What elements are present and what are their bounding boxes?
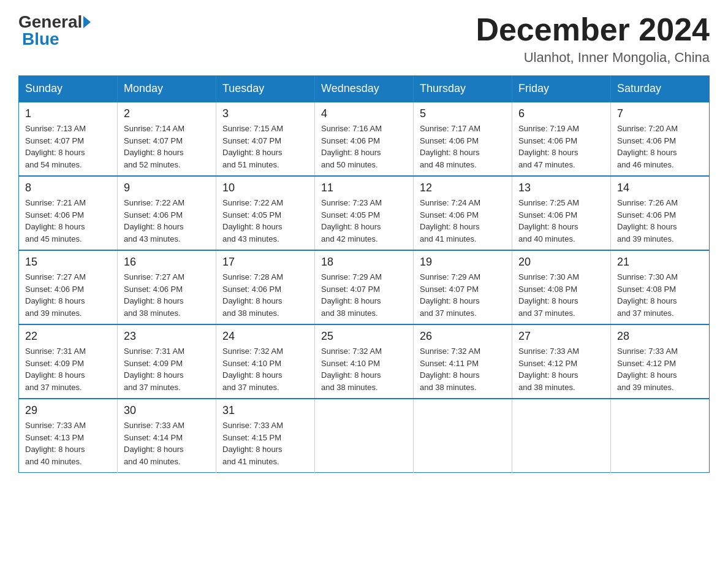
weekday-header-friday: Friday xyxy=(512,76,611,102)
calendar-cell: 12 Sunrise: 7:24 AMSunset: 4:06 PMDaylig… xyxy=(414,176,512,250)
weekday-header-monday: Monday xyxy=(118,76,216,102)
calendar-cell: 28 Sunrise: 7:33 AMSunset: 4:12 PMDaylig… xyxy=(611,324,710,399)
calendar-cell: 29 Sunrise: 7:33 AMSunset: 4:13 PMDaylig… xyxy=(19,399,118,473)
day-info: Sunrise: 7:33 AMSunset: 4:14 PMDaylight:… xyxy=(124,421,184,466)
calendar-week-row: 22 Sunrise: 7:31 AMSunset: 4:09 PMDaylig… xyxy=(19,324,710,399)
day-number: 25 xyxy=(321,330,407,343)
weekday-header-saturday: Saturday xyxy=(611,76,710,102)
calendar-cell: 3 Sunrise: 7:15 AMSunset: 4:07 PMDayligh… xyxy=(216,102,315,176)
logo-blue-text: Blue xyxy=(22,29,59,49)
day-info: Sunrise: 7:15 AMSunset: 4:07 PMDaylight:… xyxy=(222,124,283,169)
calendar-cell: 10 Sunrise: 7:22 AMSunset: 4:05 PMDaylig… xyxy=(216,176,315,250)
calendar-cell: 13 Sunrise: 7:25 AMSunset: 4:06 PMDaylig… xyxy=(512,176,611,250)
month-title: December 2024 xyxy=(476,12,710,47)
day-info: Sunrise: 7:33 AMSunset: 4:13 PMDaylight:… xyxy=(25,421,86,466)
page-header: General Blue December 2024 Ulanhot, Inne… xyxy=(18,12,710,66)
day-info: Sunrise: 7:28 AMSunset: 4:06 PMDaylight:… xyxy=(222,272,283,318)
weekday-header-wednesday: Wednesday xyxy=(315,76,414,102)
calendar-week-row: 8 Sunrise: 7:21 AMSunset: 4:06 PMDayligh… xyxy=(19,176,710,250)
day-number: 16 xyxy=(124,256,210,269)
day-info: Sunrise: 7:22 AMSunset: 4:05 PMDaylight:… xyxy=(222,198,283,243)
day-info: Sunrise: 7:30 AMSunset: 4:08 PMDaylight:… xyxy=(518,272,579,318)
day-info: Sunrise: 7:30 AMSunset: 4:08 PMDaylight:… xyxy=(617,272,678,318)
calendar-cell: 7 Sunrise: 7:20 AMSunset: 4:06 PMDayligh… xyxy=(611,102,710,176)
calendar-cell: 6 Sunrise: 7:19 AMSunset: 4:06 PMDayligh… xyxy=(512,102,611,176)
day-info: Sunrise: 7:19 AMSunset: 4:06 PMDaylight:… xyxy=(518,124,579,169)
day-info: Sunrise: 7:31 AMSunset: 4:09 PMDaylight:… xyxy=(25,347,86,392)
calendar-cell: 18 Sunrise: 7:29 AMSunset: 4:07 PMDaylig… xyxy=(315,250,414,324)
calendar-cell: 30 Sunrise: 7:33 AMSunset: 4:14 PMDaylig… xyxy=(118,399,216,473)
calendar-cell: 17 Sunrise: 7:28 AMSunset: 4:06 PMDaylig… xyxy=(216,250,315,324)
day-number: 21 xyxy=(617,256,703,269)
day-info: Sunrise: 7:32 AMSunset: 4:10 PMDaylight:… xyxy=(321,347,382,392)
calendar-cell: 22 Sunrise: 7:31 AMSunset: 4:09 PMDaylig… xyxy=(19,324,118,399)
day-info: Sunrise: 7:22 AMSunset: 4:06 PMDaylight:… xyxy=(124,198,184,243)
day-info: Sunrise: 7:27 AMSunset: 4:06 PMDaylight:… xyxy=(124,272,184,318)
day-info: Sunrise: 7:31 AMSunset: 4:09 PMDaylight:… xyxy=(124,347,184,392)
logo: General Blue xyxy=(18,12,91,49)
day-info: Sunrise: 7:32 AMSunset: 4:10 PMDaylight:… xyxy=(222,347,283,392)
day-number: 13 xyxy=(518,182,604,194)
day-info: Sunrise: 7:33 AMSunset: 4:12 PMDaylight:… xyxy=(617,347,678,392)
calendar-cell xyxy=(611,399,710,473)
day-number: 3 xyxy=(222,107,308,120)
calendar-week-row: 1 Sunrise: 7:13 AMSunset: 4:07 PMDayligh… xyxy=(19,102,710,176)
day-number: 23 xyxy=(124,330,210,343)
day-info: Sunrise: 7:33 AMSunset: 4:12 PMDaylight:… xyxy=(518,347,579,392)
calendar-cell: 1 Sunrise: 7:13 AMSunset: 4:07 PMDayligh… xyxy=(19,102,118,176)
logo-triangle-icon xyxy=(83,16,91,28)
day-number: 8 xyxy=(25,182,111,194)
day-info: Sunrise: 7:24 AMSunset: 4:06 PMDaylight:… xyxy=(420,198,480,243)
day-info: Sunrise: 7:14 AMSunset: 4:07 PMDaylight:… xyxy=(124,124,184,169)
day-number: 4 xyxy=(321,107,407,120)
location-subtitle: Ulanhot, Inner Mongolia, China xyxy=(476,50,710,66)
calendar-cell xyxy=(512,399,611,473)
day-info: Sunrise: 7:25 AMSunset: 4:06 PMDaylight:… xyxy=(518,198,579,243)
day-number: 11 xyxy=(321,182,407,194)
day-info: Sunrise: 7:33 AMSunset: 4:15 PMDaylight:… xyxy=(222,421,283,466)
day-info: Sunrise: 7:29 AMSunset: 4:07 PMDaylight:… xyxy=(321,272,382,318)
day-number: 15 xyxy=(25,256,111,269)
calendar-cell: 20 Sunrise: 7:30 AMSunset: 4:08 PMDaylig… xyxy=(512,250,611,324)
day-number: 27 xyxy=(518,330,604,343)
calendar-cell xyxy=(315,399,414,473)
day-info: Sunrise: 7:13 AMSunset: 4:07 PMDaylight:… xyxy=(25,124,86,169)
calendar-cell: 31 Sunrise: 7:33 AMSunset: 4:15 PMDaylig… xyxy=(216,399,315,473)
day-number: 22 xyxy=(25,330,111,343)
calendar-cell xyxy=(414,399,512,473)
day-number: 30 xyxy=(124,404,210,417)
day-info: Sunrise: 7:20 AMSunset: 4:06 PMDaylight:… xyxy=(617,124,678,169)
calendar-cell: 23 Sunrise: 7:31 AMSunset: 4:09 PMDaylig… xyxy=(118,324,216,399)
day-number: 26 xyxy=(420,330,506,343)
day-info: Sunrise: 7:27 AMSunset: 4:06 PMDaylight:… xyxy=(25,272,86,318)
day-number: 28 xyxy=(617,330,703,343)
day-number: 17 xyxy=(222,256,308,269)
weekday-header-row: SundayMondayTuesdayWednesdayThursdayFrid… xyxy=(19,76,710,102)
day-number: 9 xyxy=(124,182,210,194)
day-number: 5 xyxy=(420,107,506,120)
calendar-cell: 4 Sunrise: 7:16 AMSunset: 4:06 PMDayligh… xyxy=(315,102,414,176)
day-number: 1 xyxy=(25,107,111,120)
day-number: 7 xyxy=(617,107,703,120)
day-info: Sunrise: 7:23 AMSunset: 4:05 PMDaylight:… xyxy=(321,198,382,243)
day-number: 6 xyxy=(518,107,604,120)
day-number: 29 xyxy=(25,404,111,417)
calendar-cell: 27 Sunrise: 7:33 AMSunset: 4:12 PMDaylig… xyxy=(512,324,611,399)
day-number: 12 xyxy=(420,182,506,194)
calendar-cell: 26 Sunrise: 7:32 AMSunset: 4:11 PMDaylig… xyxy=(414,324,512,399)
day-number: 20 xyxy=(518,256,604,269)
calendar-cell: 24 Sunrise: 7:32 AMSunset: 4:10 PMDaylig… xyxy=(216,324,315,399)
calendar-cell: 21 Sunrise: 7:30 AMSunset: 4:08 PMDaylig… xyxy=(611,250,710,324)
day-number: 10 xyxy=(222,182,308,194)
day-number: 2 xyxy=(124,107,210,120)
day-info: Sunrise: 7:29 AMSunset: 4:07 PMDaylight:… xyxy=(420,272,480,318)
calendar-table: SundayMondayTuesdayWednesdayThursdayFrid… xyxy=(18,75,710,473)
day-number: 18 xyxy=(321,256,407,269)
calendar-cell: 2 Sunrise: 7:14 AMSunset: 4:07 PMDayligh… xyxy=(118,102,216,176)
calendar-cell: 16 Sunrise: 7:27 AMSunset: 4:06 PMDaylig… xyxy=(118,250,216,324)
calendar-cell: 11 Sunrise: 7:23 AMSunset: 4:05 PMDaylig… xyxy=(315,176,414,250)
day-number: 31 xyxy=(222,404,308,417)
calendar-cell: 14 Sunrise: 7:26 AMSunset: 4:06 PMDaylig… xyxy=(611,176,710,250)
calendar-cell: 9 Sunrise: 7:22 AMSunset: 4:06 PMDayligh… xyxy=(118,176,216,250)
day-number: 14 xyxy=(617,182,703,194)
